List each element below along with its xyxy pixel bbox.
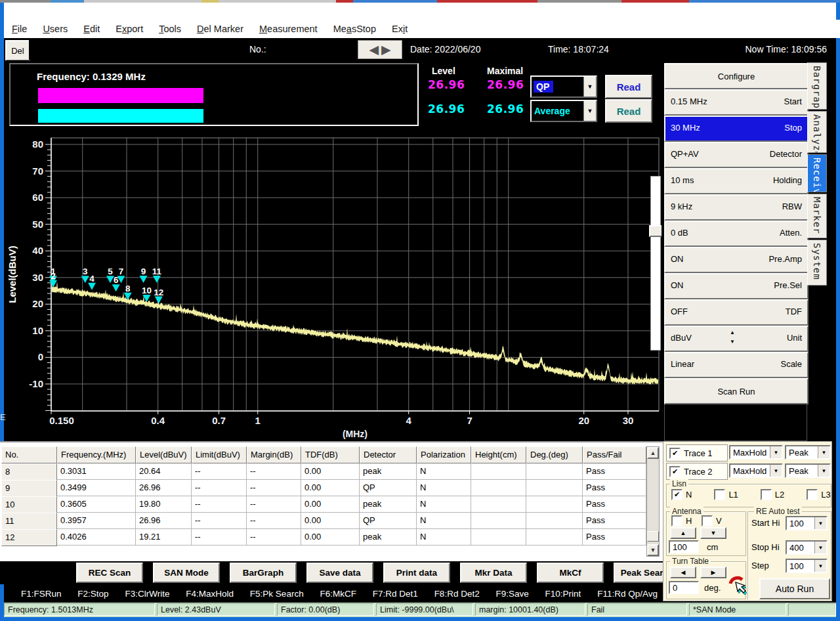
unit-spinner-icon[interactable]: ▲▼ (730, 328, 735, 347)
receiver-preamp-button[interactable]: ONPre.Amp (664, 247, 808, 273)
table-cell[interactable]: -- (247, 496, 301, 513)
menu-item-edit[interactable]: Edit (83, 24, 100, 34)
rec-scan-button[interactable]: REC Scan (76, 563, 143, 583)
table-cell[interactable]: N (417, 529, 471, 546)
menu-item-users[interactable]: Users (43, 24, 68, 34)
qp-detector-select[interactable]: QP ▼ (530, 75, 597, 98)
table-cell[interactable]: 0.3957 (57, 513, 136, 529)
table-cell[interactable]: -- (192, 513, 247, 529)
bargraph-button[interactable]: BarGraph (230, 563, 297, 583)
chevron-down-icon[interactable]: ▼ (583, 77, 596, 96)
turn-angle-input[interactable]: 0 (669, 581, 699, 594)
menu-item-measurement[interactable]: Measurement (259, 24, 318, 34)
table-cell[interactable]: 20.64 (136, 463, 192, 480)
table-cell[interactable]: 0.00 (301, 529, 360, 546)
menu-item-exit[interactable]: Exit (392, 24, 408, 34)
table-cell[interactable]: 0.00 (301, 496, 360, 513)
chevron-down-icon[interactable]: ▼ (814, 560, 826, 572)
del-button[interactable]: Del (5, 40, 30, 61)
receiver-stop-button[interactable]: 30 MHzStop (664, 116, 808, 142)
antenna-h-checkbox[interactable]: H (671, 515, 692, 526)
table-cell[interactable] (526, 480, 583, 496)
scan-run-button[interactable]: Scan Run (664, 378, 808, 404)
table-cell[interactable]: 26.96 (136, 513, 192, 529)
trace2-detector-select[interactable]: Peak▼ (785, 463, 831, 478)
antenna-height-input[interactable]: 100 (669, 540, 699, 553)
lisn-l1-checkbox[interactable]: L1 (714, 489, 738, 500)
tab-bargraph[interactable]: Bargraph (807, 62, 827, 110)
menu-item-tools[interactable]: Tools (159, 24, 181, 34)
chart-scrollbar[interactable] (650, 176, 661, 351)
tab-receiver[interactable]: Receiver (807, 154, 827, 192)
antenna-down-button[interactable]: ▼ (700, 527, 726, 539)
table-cell[interactable] (471, 513, 526, 529)
avg-read-button[interactable]: Read (605, 99, 652, 123)
tab-analyze[interactable]: Analyze (807, 111, 827, 153)
chevron-down-icon[interactable]: ▼ (814, 542, 826, 553)
record-nav-buttons[interactable]: ◀▶ (358, 40, 402, 59)
trace2-checkbox[interactable]: ✔Trace 2 (669, 466, 713, 477)
trace1-mode-select[interactable]: MaxHold▼ (729, 445, 783, 460)
tab-system[interactable]: System (807, 240, 827, 286)
mkcf-button[interactable]: MkCf (537, 563, 604, 583)
table-cell[interactable]: 0.00 (301, 480, 360, 496)
table-cell[interactable]: Pass (583, 529, 646, 546)
table-cell[interactable]: -- (192, 463, 247, 480)
save-data-button[interactable]: Save data (306, 563, 373, 583)
chevron-down-icon[interactable]: ▼ (818, 446, 830, 458)
table-cell[interactable]: -- (247, 463, 301, 480)
table-cell[interactable]: QP (360, 513, 417, 529)
chevron-down-icon[interactable]: ▼ (818, 465, 830, 477)
table-cell[interactable]: 0.3031 (57, 463, 136, 480)
next-record-icon[interactable]: ▶ (381, 42, 391, 57)
san-mode-button[interactable]: SAN Mode (153, 563, 220, 583)
table-cell[interactable] (526, 496, 583, 513)
trace2-mode-select[interactable]: MaxHold▼ (729, 463, 783, 478)
menu-item-measstop[interactable]: MeasStop (333, 24, 376, 34)
receiver-atten-button[interactable]: 0 dBAtten. (664, 221, 808, 247)
table-cell[interactable] (526, 513, 583, 529)
trace1-checkbox[interactable]: ✔Trace 1 (669, 448, 713, 459)
receiver-unit-button[interactable]: dBuVUnit▲▼ (664, 326, 808, 352)
print-data-button[interactable]: Print data (383, 563, 450, 583)
antenna-v-checkbox[interactable]: V (702, 515, 722, 526)
table-cell[interactable]: 19.21 (136, 529, 192, 546)
lisn-l2-checkbox[interactable]: L2 (761, 489, 784, 500)
lisn-n-checkbox[interactable]: ✔N (671, 489, 692, 500)
chevron-down-icon[interactable]: ▼ (814, 517, 826, 529)
table-cell[interactable]: peak (360, 463, 417, 480)
table-cell[interactable]: N (417, 463, 471, 480)
table-cell[interactable]: -- (192, 480, 247, 496)
menu-item-del-marker[interactable]: Del Marker (197, 24, 243, 34)
table-cell[interactable]: -- (192, 529, 247, 546)
turn-right-button[interactable]: ▶ (700, 567, 726, 578)
chevron-down-icon[interactable]: ▼ (770, 446, 782, 458)
receiver-holding-button[interactable]: 10 msHolding (664, 168, 808, 194)
lisn-l3-checkbox[interactable]: L3 (807, 489, 830, 500)
receiver-detector-button[interactable]: QP+AVDetector (664, 142, 808, 168)
table-cell[interactable] (471, 480, 526, 496)
table-cell[interactable]: 0.00 (301, 513, 360, 529)
table-cell[interactable] (471, 496, 526, 513)
table-cell[interactable]: 0.3605 (57, 496, 136, 513)
table-row-header[interactable]: 8 (1, 463, 57, 481)
table-cell[interactable]: -- (247, 513, 301, 529)
table-scrollbar-thumb[interactable] (647, 531, 659, 542)
receiver-presel-button[interactable]: ONPre.Sel (664, 273, 808, 299)
table-cell[interactable]: -- (247, 529, 301, 546)
table-cell[interactable]: N (417, 480, 471, 496)
table-cell[interactable]: 0.00 (301, 463, 360, 480)
table-cell[interactable]: 0.4026 (57, 529, 136, 546)
table-cell[interactable]: peak (360, 496, 417, 513)
table-cell[interactable]: QP (360, 480, 417, 496)
table-cell[interactable]: 19.80 (136, 496, 192, 513)
avg-detector-select[interactable]: Average ▼ (530, 100, 597, 122)
table-row-header[interactable]: 10 (1, 496, 57, 513)
table-row-header[interactable]: 9 (1, 480, 57, 497)
auto-run-button[interactable]: Auto Run (759, 578, 830, 599)
table-cell[interactable]: -- (247, 480, 301, 496)
table-cell[interactable]: -- (192, 496, 247, 513)
table-cell[interactable]: N (417, 513, 471, 529)
scroll-down-icon[interactable]: ▼ (647, 544, 659, 556)
re-start-select[interactable]: 100▼ (786, 516, 828, 530)
